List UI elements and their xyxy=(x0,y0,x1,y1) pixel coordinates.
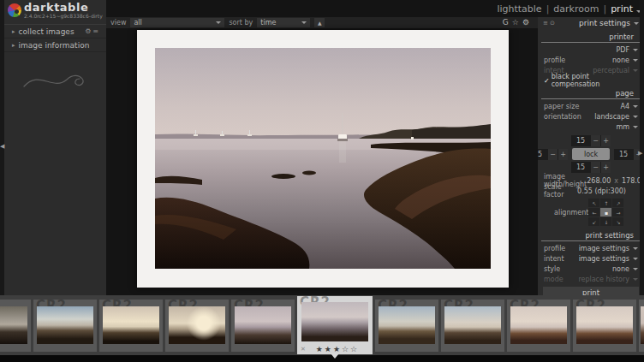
thumbnail-image xyxy=(103,306,159,344)
printer-device-dropdown[interactable]: PDF xyxy=(616,46,638,54)
app-name: darktable xyxy=(24,3,103,13)
thumbnail-image xyxy=(510,306,567,344)
scale-factor-value: 0.55 (dpi:300) xyxy=(577,187,626,195)
align-top-left-button[interactable]: ↖ xyxy=(588,199,599,207)
style-mode-row: mode replace history xyxy=(538,274,644,284)
filmstrip: CR2 CR2 CR2 CR2 CR2 ✕ ★★★☆☆ CR2 xyxy=(0,295,644,355)
orientation-dropdown[interactable]: landscape xyxy=(594,113,638,121)
dropdown-caret-icon xyxy=(633,268,638,273)
paper-size-row: paper size A4 xyxy=(538,101,644,111)
module-header-icons: ≡⊙ xyxy=(543,20,557,27)
star-overlay-icon[interactable]: ☆ xyxy=(512,18,522,27)
printer-profile-dropdown[interactable]: none xyxy=(612,56,638,64)
bottom-edge-strip xyxy=(0,355,644,362)
align-bottom-right-button[interactable]: ↘ xyxy=(612,217,623,226)
align-left-button[interactable]: ← xyxy=(588,208,599,217)
module-caret-icon xyxy=(634,22,639,27)
collapse-right-panel-arrow[interactable]: ▶ xyxy=(638,151,642,157)
margin-top-spinbox[interactable]: 15 − + xyxy=(571,135,611,146)
align-bottom-button[interactable]: ↓ xyxy=(600,217,611,226)
grouping-icon[interactable]: G xyxy=(503,18,512,27)
gear-icon[interactable]: ⚙ xyxy=(522,18,533,27)
expander-arrow-icon: ▸ xyxy=(12,28,15,35)
style-dropdown[interactable]: none xyxy=(612,265,638,273)
filmstrip-thumbnail[interactable] xyxy=(639,300,644,352)
export-intent-dropdown[interactable]: image settings xyxy=(579,255,638,263)
filter-toolbar: view all sort by time ▲ xyxy=(106,17,538,28)
paper-size-dropdown[interactable]: A4 xyxy=(620,103,638,110)
style-mode-dropdown[interactable]: replace history xyxy=(578,276,638,283)
increment-button[interactable]: + xyxy=(558,149,568,160)
align-center-button[interactable]: ▪ xyxy=(600,208,611,217)
export-profile-dropdown[interactable]: image settings xyxy=(579,245,638,252)
filmstrip-thumbnail[interactable]: CR2 xyxy=(507,300,570,352)
decrement-button[interactable]: − xyxy=(548,149,558,160)
left-panel: darktable 2.4.0rc2+15~g9c8338c6-dirty ▸ … xyxy=(0,0,106,295)
print-button[interactable]: print xyxy=(543,287,639,295)
filmstrip-thumbnail[interactable]: CR2 xyxy=(573,300,636,352)
darktable-logo-icon xyxy=(8,3,21,17)
filmstrip-thumbnail[interactable]: CR2 xyxy=(441,300,504,352)
checkmark-icon: ✓ xyxy=(544,77,550,85)
align-right-button[interactable]: → xyxy=(612,208,623,217)
increment-button[interactable]: + xyxy=(601,135,611,146)
size-separator: x xyxy=(614,177,618,185)
sort-ascending-button[interactable]: ▲ xyxy=(314,18,325,27)
thumbnail-image xyxy=(444,306,501,344)
darktable-window: lighttable|darkroom|print darktable 2.4.… xyxy=(0,0,644,362)
margin-bottom-spinbox[interactable]: 15 − + xyxy=(571,162,611,173)
tab-lighttable[interactable]: lighttable xyxy=(497,3,541,15)
sort-dropdown[interactable]: time xyxy=(257,18,310,27)
collapse-left-panel-arrow[interactable]: ◀ xyxy=(0,144,4,150)
star-icon[interactable]: ★ xyxy=(316,345,325,353)
star-icon[interactable]: ☆ xyxy=(342,345,350,353)
module-icons: ⚙≡ xyxy=(85,27,100,35)
align-top-right-button[interactable]: ↗ xyxy=(612,199,623,207)
thumbnail-image xyxy=(37,306,93,344)
dropdown-caret-icon xyxy=(633,59,638,64)
dropdown-caret-icon xyxy=(633,258,638,263)
view-filter-label: view xyxy=(110,19,126,27)
filmstrip-thumbnail[interactable]: CR2 xyxy=(231,300,295,352)
collect-images-module[interactable]: ▸ collect images ⚙≡ xyxy=(4,25,106,39)
align-top-button[interactable]: ↑ xyxy=(600,199,611,207)
thumbnail-image xyxy=(641,306,644,344)
star-icon[interactable]: ★ xyxy=(333,345,342,353)
filmstrip-thumbnail[interactable]: CR2 xyxy=(165,300,229,352)
dropdown-caret-icon xyxy=(633,126,638,131)
section-printer: printer xyxy=(541,30,641,43)
black-point-compensation-checkbox[interactable]: ✓ black point compensation xyxy=(538,75,644,86)
panel-flourish-ornament xyxy=(17,66,94,95)
presets-icon[interactable]: ≡ xyxy=(543,20,550,27)
decrement-button[interactable]: − xyxy=(591,135,600,146)
units-dropdown[interactable]: mm xyxy=(616,123,638,131)
align-bottom-left-button[interactable]: ↙ xyxy=(588,217,599,226)
units-row: mm xyxy=(538,122,644,132)
tab-print[interactable]: print xyxy=(611,3,633,15)
print-settings-module-header[interactable]: ≡⊙ print settings xyxy=(538,17,644,29)
thumbnail-image xyxy=(0,306,27,344)
filmstrip-thumbnail[interactable] xyxy=(0,300,31,352)
filmstrip-thumbnail[interactable]: CR2 xyxy=(375,300,438,352)
star-icon[interactable]: ★ xyxy=(325,345,333,353)
export-profile-row: profile image settings xyxy=(538,243,644,253)
decrement-button[interactable]: − xyxy=(591,162,600,173)
star-icon[interactable]: ☆ xyxy=(350,345,359,353)
presets-icon[interactable]: ≡ xyxy=(92,27,100,35)
increment-button[interactable]: + xyxy=(601,162,611,173)
module-title: print settings xyxy=(579,19,630,27)
tab-darkroom[interactable]: darkroom xyxy=(553,3,599,15)
margins-lock-button[interactable]: lock xyxy=(572,148,610,160)
reset-icon[interactable]: ⊙ xyxy=(550,20,557,27)
print-preview-photo xyxy=(155,48,491,269)
filmstrip-thumbnail[interactable]: CR2 xyxy=(99,300,163,352)
gear-icon[interactable]: ⚙ xyxy=(85,27,92,35)
image-width-value: 268.00 xyxy=(587,177,611,185)
margin-left-spinbox[interactable]: 15 − + xyxy=(538,149,568,160)
section-page: page xyxy=(541,86,641,99)
image-information-module[interactable]: ▸ image information xyxy=(4,39,106,52)
filmstrip-thumbnail-selected[interactable]: CR2 ✕ ★★★☆☆ xyxy=(297,296,373,354)
view-filter-dropdown[interactable]: all xyxy=(130,18,224,27)
filmstrip-thumbnail[interactable]: CR2 xyxy=(33,300,97,352)
thumbnail-image xyxy=(235,306,291,344)
